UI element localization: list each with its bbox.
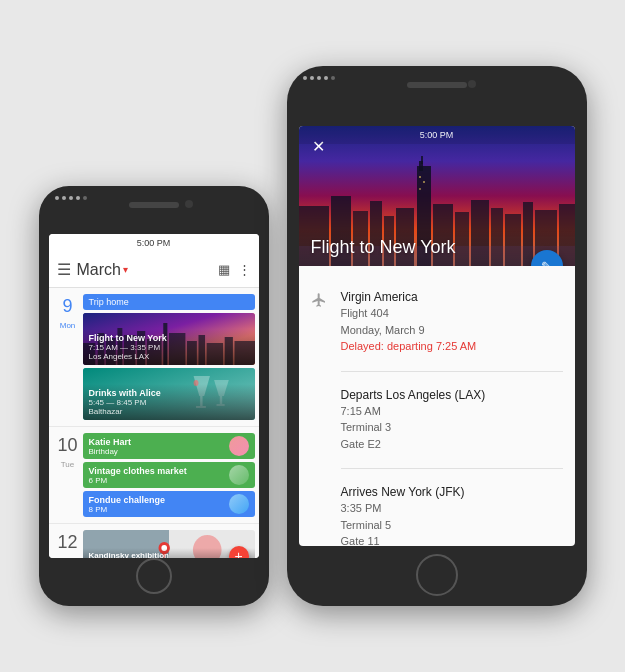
- edit-icon: ✎: [541, 259, 552, 267]
- drinks-event-title: Drinks with Alice: [89, 388, 249, 398]
- vintage-avatar-img: [229, 465, 249, 485]
- day-label-10: Tue: [57, 456, 79, 469]
- flight-event-title: Flight to New York: [89, 333, 249, 343]
- fondue-title: Fondue challenge: [89, 495, 166, 505]
- day-num-12: 12: [54, 530, 82, 553]
- arrives-gate: Gate 11: [341, 533, 465, 546]
- day-row-10: 10 Tue Katie Hart Birthday: [49, 427, 259, 524]
- add-fab[interactable]: +: [229, 546, 249, 558]
- menu-icon[interactable]: ☰: [57, 260, 71, 279]
- camera-small: [185, 200, 193, 208]
- event-trip-home-label: Trip home: [89, 297, 129, 307]
- calendar-screen: 5:00 PM ☰ March ▾ ▦ ⋮ 9: [49, 234, 259, 558]
- departs-info: Departs Los Angeles (LAX) 7:15 AM Termin…: [341, 388, 486, 453]
- phone-large: 5:00 PM: [287, 66, 587, 606]
- speaker-large: [407, 82, 467, 88]
- day-row-9: 9 Mon Trip home: [49, 288, 259, 427]
- vintage-text: Vintage clothes market 6 PM: [89, 466, 187, 485]
- flight-detail-body: Virgin America Flight 404 Monday, March …: [299, 266, 575, 546]
- month-label: March: [77, 261, 121, 279]
- departs-gate: Gate E2: [341, 436, 486, 453]
- signal-dots-large: [303, 76, 335, 80]
- departs-time: 7:15 AM: [341, 403, 486, 420]
- events-day-10: Katie Hart Birthday Vintage clothes mark…: [83, 433, 255, 517]
- home-button-large[interactable]: [416, 554, 458, 596]
- flight-status: Delayed: departing 7:25 AM: [341, 338, 477, 355]
- airline-info: Virgin America Flight 404 Monday, March …: [341, 290, 477, 355]
- event-kandinsky[interactable]: Kandinsky exhibition 4 PM +: [83, 530, 255, 558]
- arrives-info: Arrives New York (JFK) 3:35 PM Terminal …: [341, 485, 465, 546]
- svg-rect-33: [419, 176, 421, 178]
- signal-dots-small: [55, 196, 87, 200]
- event-trip-home[interactable]: Trip home: [83, 294, 255, 310]
- plane-icon: [311, 290, 331, 311]
- flight-title: Flight to New York: [311, 237, 563, 258]
- kandinsky-title: Kandinsky exhibition: [89, 551, 249, 558]
- vintage-title: Vintage clothes market: [89, 466, 187, 476]
- status-time-large: 5:00 PM: [420, 130, 454, 140]
- calendar-title[interactable]: March ▾: [77, 261, 218, 279]
- event-fondue[interactable]: Fondue challenge 8 PM: [83, 491, 255, 517]
- phone-small: 5:00 PM ☰ March ▾ ▦ ⋮ 9: [39, 186, 269, 606]
- drinks-event-place: Balthazar: [89, 407, 249, 416]
- calendar-header-icons: ▦ ⋮: [218, 262, 251, 277]
- calendar-header: ☰ March ▾ ▦ ⋮: [49, 252, 259, 288]
- airline-name: Virgin America: [341, 290, 477, 304]
- speaker-small: [129, 202, 179, 208]
- day-num-9: 9: [54, 294, 82, 317]
- vintage-avatar: [229, 465, 249, 485]
- flight-airline-section: Virgin America Flight 404 Monday, March …: [311, 290, 563, 355]
- svg-rect-35: [419, 188, 421, 190]
- flight-departs-section: Departs Los Angeles (LAX) 7:15 AM Termin…: [311, 388, 563, 453]
- departs-terminal: Terminal 3: [341, 419, 486, 436]
- status-bar-small: 5:00 PM: [49, 234, 259, 252]
- flight-header: ✕ Flight to New York ✎: [299, 126, 575, 266]
- event-katie-hart-text: Katie Hart Birthday: [89, 437, 132, 456]
- flight-event-overlay: Flight to New York 7:15 AM — 3:35 PM Los…: [83, 329, 255, 365]
- arrives-spacer: [311, 485, 331, 487]
- flight-event-time: 7:15 AM — 3:35 PM: [89, 343, 249, 352]
- arrives-terminal: Terminal 5: [341, 517, 465, 534]
- fondue-time: 8 PM: [89, 505, 166, 514]
- fondue-avatar-img: [229, 494, 249, 514]
- flight-detail-screen: 5:00 PM: [299, 126, 575, 546]
- svg-rect-34: [423, 181, 425, 183]
- status-bar-large: 5:00 PM: [299, 126, 575, 144]
- flight-date: Monday, March 9: [341, 322, 477, 339]
- events-day-9: Trip home: [83, 294, 255, 420]
- vintage-time: 6 PM: [89, 476, 187, 485]
- day-row-12: 12 Thu: [49, 524, 259, 558]
- home-button-small[interactable]: [136, 558, 172, 594]
- more-icon[interactable]: ⋮: [238, 262, 251, 277]
- svg-rect-32: [421, 156, 423, 164]
- day-label-12: Thu: [57, 553, 79, 558]
- departs-label: Departs Los Angeles (LAX): [341, 388, 486, 402]
- flight-event-place: Los Angeles LAX: [89, 352, 249, 361]
- camera-large: [468, 80, 476, 88]
- event-flight-ny[interactable]: Flight to New York 7:15 AM — 3:35 PM Los…: [83, 313, 255, 365]
- divider-1: [341, 371, 563, 372]
- airplane-svg: [311, 292, 327, 308]
- event-vintage-market[interactable]: Vintage clothes market 6 PM: [83, 462, 255, 488]
- event-katie-hart[interactable]: Katie Hart Birthday: [83, 433, 255, 459]
- katie-avatar: [229, 436, 249, 456]
- calendar-body: 9 Mon Trip home: [49, 288, 259, 558]
- flight-arrives-section: Arrives New York (JFK) 3:35 PM Terminal …: [311, 485, 563, 546]
- katie-avatar-img: [229, 436, 249, 456]
- arrives-label: Arrives New York (JFK): [341, 485, 465, 499]
- fondue-text: Fondue challenge 8 PM: [89, 495, 166, 514]
- departs-spacer: [311, 388, 331, 390]
- arrives-time: 3:35 PM: [341, 500, 465, 517]
- status-time-small: 5:00 PM: [137, 238, 171, 248]
- chevron-down-icon: ▾: [123, 264, 128, 275]
- divider-2: [341, 468, 563, 469]
- flight-num: Flight 404: [341, 305, 477, 322]
- day-num-10: 10: [54, 433, 82, 456]
- fondue-avatar: [229, 494, 249, 514]
- event-drinks-alice[interactable]: Drinks with Alice 5:45 — 8:45 PM Balthaz…: [83, 368, 255, 420]
- calendar-icon[interactable]: ▦: [218, 262, 230, 277]
- drinks-event-time: 5:45 — 8:45 PM: [89, 398, 249, 407]
- katie-name: Katie Hart: [89, 437, 132, 447]
- katie-subtitle: Birthday: [89, 447, 132, 456]
- day-label-9: Mon: [57, 317, 79, 330]
